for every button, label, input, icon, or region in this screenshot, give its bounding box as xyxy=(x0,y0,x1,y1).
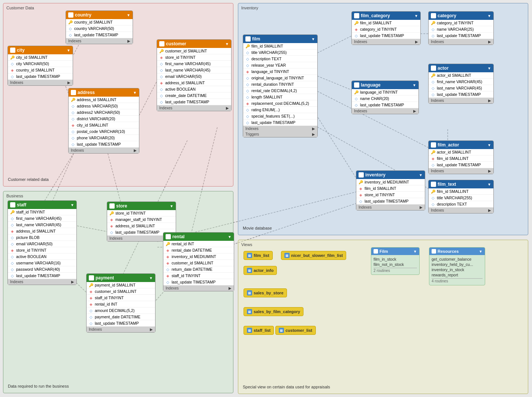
key-icon: 🔑 xyxy=(10,210,15,214)
film-table-name: film xyxy=(252,36,260,42)
field-row: ◇email VARCHAR(50) xyxy=(157,73,231,80)
film-text-table-icon xyxy=(431,182,436,187)
film-text-indexes[interactable]: Indexes ▶ xyxy=(429,207,493,213)
table-language: language ▼ 🔑language_id TINYINT ◇name CH… xyxy=(351,81,419,114)
field-row: ◇first_name VARCHAR(45) xyxy=(157,61,231,67)
inventory-dropdown[interactable]: ▼ xyxy=(419,173,423,177)
address-indexes[interactable]: Indexes ▶ xyxy=(69,148,139,153)
actor-indexes[interactable]: Indexes ▶ xyxy=(429,98,493,103)
field-row: 🔑inventory_id MEDIUMINT xyxy=(356,179,425,185)
country-dropdown[interactable]: ▼ xyxy=(127,13,130,17)
field-row: 🔑payment_id SMALLINT xyxy=(87,282,155,288)
staff-body: 🔑staff_id TINYINT ◇first_name VARCHAR(45… xyxy=(8,209,76,279)
staff-indexes[interactable]: Indexes ▶ xyxy=(8,279,76,285)
film-text-dropdown[interactable]: ▼ xyxy=(487,182,491,187)
diamond-icon: ◇ xyxy=(71,129,75,134)
view-actor-info[interactable]: ▤ actor_info xyxy=(244,266,277,275)
field-row: ◈film_id SMALLINT xyxy=(429,155,493,162)
film-actor-header[interactable]: film_actor ▼ xyxy=(429,141,493,149)
inventory-header[interactable]: inventory ▼ xyxy=(356,171,425,179)
field-row: ◈inventory_id MEDIUMINT xyxy=(163,254,234,260)
category-indexes[interactable]: Indexes ▶ xyxy=(429,39,493,45)
film-category-header[interactable]: film_category ▼ xyxy=(352,12,420,20)
view-nicer-film-list[interactable]: ▤ nicer_but_slower_film_list xyxy=(281,251,346,260)
view-customer-list[interactable]: ▤ customer_list xyxy=(275,326,316,335)
diamond-icon: ◇ xyxy=(71,104,75,108)
customer-header[interactable]: customer ▼ xyxy=(157,40,231,48)
actor-header[interactable]: actor ▼ xyxy=(429,64,493,72)
field-row: 🔑film_id SMALLINT xyxy=(429,188,493,195)
film-dropdown[interactable]: ▼ xyxy=(311,37,315,41)
address-dropdown[interactable]: ▼ xyxy=(133,91,137,95)
film-actor-indexes[interactable]: Indexes ▶ xyxy=(429,168,493,174)
film-header[interactable]: film ▼ xyxy=(243,35,317,43)
category-header[interactable]: category ▼ xyxy=(429,12,493,20)
resources-routine-header[interactable]: Resources ▼ xyxy=(429,248,485,255)
category-body: 🔑category_id TINYINT ◇name VARCHAR(25) ◇… xyxy=(429,20,493,39)
nicer-film-list-view-icon: ▤ xyxy=(284,253,290,258)
resources-routine-dropdown[interactable]: ▼ xyxy=(479,249,483,254)
field-row: ◈staff_id TINYINT xyxy=(87,295,155,301)
rental-indexes[interactable]: Indexes ▶ xyxy=(163,285,234,291)
payment-indexes[interactable]: Indexes ▶ xyxy=(87,327,155,332)
film-table-icon xyxy=(245,36,251,42)
film-text-header[interactable]: film_text ▼ xyxy=(429,180,493,188)
film-triggers[interactable]: Triggers ▶ xyxy=(243,131,317,137)
city-indexes[interactable]: Indexes ▶ xyxy=(8,80,73,85)
field-row: ◇last_name VARCHAR(45) xyxy=(429,85,493,91)
customer-dropdown[interactable]: ▼ xyxy=(225,42,229,46)
language-indexes[interactable]: Indexes ▶ xyxy=(352,108,418,114)
language-header[interactable]: language ▼ xyxy=(352,81,418,89)
inventory-table-icon xyxy=(359,172,364,178)
payment-dropdown[interactable]: ▼ xyxy=(149,276,153,280)
fk-icon: ◈ xyxy=(359,186,363,191)
key-icon: 🔑 xyxy=(71,97,75,102)
customer-indexes[interactable]: Indexes ▶ xyxy=(157,105,231,111)
field-row: ◈address_id SMALLINT xyxy=(107,223,176,229)
actor-body: 🔑actor_id SMALLINT ◇first_name VARCHAR(4… xyxy=(429,72,493,98)
category-dropdown[interactable]: ▼ xyxy=(487,14,491,18)
field-row: ◇title VARCHAR(255) xyxy=(243,49,317,56)
field-row: ◇first_name VARCHAR(45) xyxy=(429,79,493,85)
film-indexes[interactable]: Indexes ▶ xyxy=(243,126,317,131)
film-category-indexes[interactable]: Indexes ▶ xyxy=(352,39,420,45)
category-table-icon xyxy=(431,13,436,18)
address-header[interactable]: address ▼ xyxy=(69,88,139,97)
store-dropdown[interactable]: ▼ xyxy=(170,204,173,208)
film-routine-dropdown[interactable]: ▼ xyxy=(413,249,417,254)
country-indexes[interactable]: Indexes ▶ xyxy=(66,38,133,44)
store-header[interactable]: store ▼ xyxy=(107,202,176,210)
country-header[interactable]: country ▼ xyxy=(66,11,133,19)
diamond-icon: ◇ xyxy=(245,88,250,93)
view-film-list[interactable]: ▤ film_list xyxy=(244,251,273,260)
views-section-title: Views xyxy=(241,242,252,247)
field-row: ◈film_id SMALLINT xyxy=(356,185,425,192)
city-dropdown[interactable]: ▼ xyxy=(67,48,70,52)
diamond-icon: ◇ xyxy=(10,61,15,66)
film-actor-dropdown[interactable]: ▼ xyxy=(487,143,491,147)
diamond-icon: ◇ xyxy=(245,107,250,112)
film-category-dropdown[interactable]: ▼ xyxy=(414,14,418,18)
diamond-icon: ◇ xyxy=(359,199,363,203)
field-row: ◇rental_rate DECIMAL(4,2) xyxy=(243,88,317,94)
view-staff-list[interactable]: ▤ staff_list xyxy=(244,326,274,335)
inventory-indexes[interactable]: Indexes ▶ xyxy=(356,204,425,210)
field-row: ◇description TEXT xyxy=(243,56,317,62)
city-header[interactable]: city ▼ xyxy=(8,46,73,54)
diamond-icon: ◇ xyxy=(166,267,170,272)
diamond-icon: ◇ xyxy=(245,114,250,118)
staff-dropdown[interactable]: ▼ xyxy=(70,203,74,207)
view-sales-by-store[interactable]: ▤ sales_by_store xyxy=(244,288,287,297)
rental-dropdown[interactable]: ▼ xyxy=(228,235,232,239)
rental-header[interactable]: rental ▼ xyxy=(163,233,234,241)
language-dropdown[interactable]: ▼ xyxy=(412,83,416,87)
view-sales-by-film-category[interactable]: ▤ sales_by_film_category xyxy=(244,307,303,316)
field-row: ◈replacement_cost DECIMAL(5,2) xyxy=(243,100,317,107)
diamond-icon: ◇ xyxy=(10,261,15,265)
film-actor-table-name: film_actor xyxy=(438,142,459,148)
staff-header[interactable]: staff ▼ xyxy=(8,201,76,209)
field-row: ◇password VARCHAR(40) xyxy=(8,266,76,273)
actor-dropdown[interactable]: ▼ xyxy=(487,66,491,70)
payment-header[interactable]: payment ▼ xyxy=(87,274,155,282)
film-routine-header[interactable]: Film ▼ xyxy=(371,248,419,255)
